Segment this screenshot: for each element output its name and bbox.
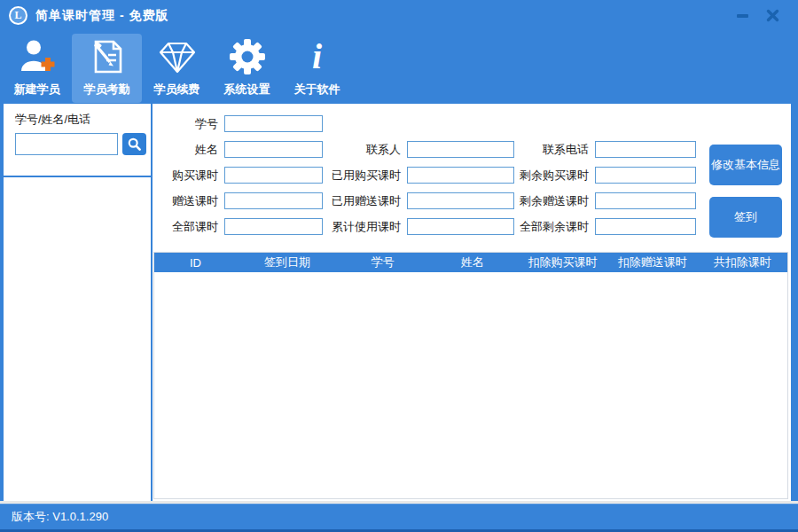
used-gift-hours-label: 已用赠送课时 (326, 193, 401, 209)
toolbar-item-settings[interactable]: 系统设置 (212, 34, 282, 103)
purchased-hours-label: 购买课时 (153, 168, 218, 184)
main-panel: 学号 姓名 联系人 联系电话 购买课时 已用购买课时 (153, 104, 791, 501)
app-window: L 简单课时管理 - 免费版 新建学员 (0, 0, 798, 532)
remaining-gift-hours-label: 剩余赠送课时 (511, 193, 589, 209)
window-title: 简单课时管理 - 免费版 (35, 8, 168, 24)
student-list (4, 177, 151, 501)
statusbar: 版本号: V1.0.1.290 (0, 504, 798, 529)
toolbar-item-label: 学员考勤 (84, 82, 130, 98)
search-pane: 学号/姓名/电话 (4, 104, 151, 177)
field-cumulative-used-hours: 累计使用课时 (326, 218, 514, 235)
gift-hours-label: 赠送课时 (153, 193, 218, 209)
content-area: 学号/姓名/电话 学号 姓名 (4, 104, 791, 501)
column-header-deduct-gift[interactable]: 扣除赠送课时 (607, 254, 697, 270)
minimize-icon (737, 14, 748, 18)
field-student-id: 学号 (153, 115, 323, 132)
diamond-icon (157, 35, 198, 78)
toolbar-item-label: 新建学员 (14, 82, 60, 98)
name-label: 姓名 (153, 142, 218, 158)
search-input[interactable] (15, 133, 118, 155)
field-contact-phone: 联系电话 (511, 141, 696, 158)
search-label: 学号/姓名/电话 (15, 112, 151, 128)
cumulative-used-hours-input[interactable] (407, 218, 514, 235)
toolbar-item-label: 系统设置 (224, 82, 270, 98)
field-remaining-purchased-hours: 剩余购买课时 (511, 167, 696, 184)
column-header-id[interactable]: ID (154, 256, 237, 270)
name-input[interactable] (224, 141, 323, 158)
column-header-student-id[interactable]: 学号 (338, 254, 427, 270)
person-add-icon (19, 35, 56, 78)
field-total-hours: 全部课时 (153, 218, 323, 235)
version-text: 版本号: V1.0.1.290 (12, 509, 108, 525)
app-logo-icon: L (9, 6, 27, 25)
field-used-purchased-hours: 已用购买课时 (326, 167, 514, 184)
field-contact-person: 联系人 (326, 141, 514, 158)
toolbar-item-label: 关于软件 (294, 82, 340, 98)
purchased-hours-input[interactable] (224, 167, 323, 184)
field-total-remaining-hours: 全部剩余课时 (511, 218, 696, 235)
document-pencil-icon (89, 35, 126, 78)
close-icon (766, 9, 779, 22)
toolbar-item-attendance[interactable]: 学员考勤 (72, 34, 142, 103)
total-remaining-hours-label: 全部剩余课时 (511, 219, 589, 235)
gear-icon (229, 35, 266, 78)
toolbar: 新建学员 学员考勤 (2, 31, 352, 104)
total-remaining-hours-input[interactable] (595, 218, 696, 235)
column-header-name[interactable]: 姓名 (427, 254, 517, 270)
field-gift-hours: 赠送课时 (153, 192, 323, 209)
table-body (154, 272, 787, 498)
total-hours-input[interactable] (224, 218, 323, 235)
search-button[interactable] (122, 133, 146, 155)
contact-person-input[interactable] (407, 141, 514, 158)
gift-hours-input[interactable] (224, 192, 323, 209)
search-icon (127, 137, 142, 152)
window-controls (734, 8, 789, 24)
remaining-purchased-hours-input[interactable] (595, 167, 696, 184)
edit-basic-info-button[interactable]: 修改基本信息 (709, 145, 782, 185)
remaining-gift-hours-input[interactable] (595, 192, 696, 209)
toolbar-item-label: 学员续费 (154, 82, 200, 98)
column-header-deduct-purchased[interactable]: 扣除购买课时 (518, 254, 607, 270)
column-header-total-deducted[interactable]: 共扣除课时 (698, 254, 787, 270)
toolbar-item-about[interactable]: i 关于软件 (282, 34, 352, 103)
toolbar-item-new-student[interactable]: 新建学员 (2, 34, 72, 103)
contact-phone-input[interactable] (595, 141, 696, 158)
info-icon: i (312, 35, 322, 78)
used-gift-hours-input[interactable] (407, 192, 514, 209)
student-id-input[interactable] (224, 115, 323, 132)
column-header-checkin-date[interactable]: 签到日期 (237, 254, 338, 270)
field-purchased-hours: 购买课时 (153, 167, 323, 184)
field-remaining-gift-hours: 剩余赠送课时 (511, 192, 696, 209)
sidebar: 学号/姓名/电话 (4, 104, 153, 501)
field-name: 姓名 (153, 141, 323, 158)
contact-person-label: 联系人 (326, 142, 401, 158)
minimize-button[interactable] (734, 8, 750, 24)
toolbar-item-renewal[interactable]: 学员续费 (142, 34, 212, 103)
checkin-button[interactable]: 签到 (709, 197, 782, 238)
used-purchased-hours-input[interactable] (407, 167, 514, 184)
contact-phone-label: 联系电话 (511, 142, 589, 158)
checkin-table: ID 签到日期 学号 姓名 扣除购买课时 扣除赠送课时 共扣除课时 (153, 252, 788, 499)
remaining-purchased-hours-label: 剩余购买课时 (511, 168, 589, 184)
field-used-gift-hours: 已用赠送课时 (326, 192, 514, 209)
used-purchased-hours-label: 已用购买课时 (326, 168, 401, 184)
table-header: ID 签到日期 学号 姓名 扣除购买课时 扣除赠送课时 共扣除课时 (154, 253, 787, 272)
titlebar: L 简单课时管理 - 免费版 (0, 0, 798, 31)
student-id-label: 学号 (153, 116, 218, 132)
cumulative-used-hours-label: 累计使用课时 (326, 219, 401, 235)
total-hours-label: 全部课时 (153, 219, 218, 235)
close-button[interactable] (764, 8, 780, 24)
